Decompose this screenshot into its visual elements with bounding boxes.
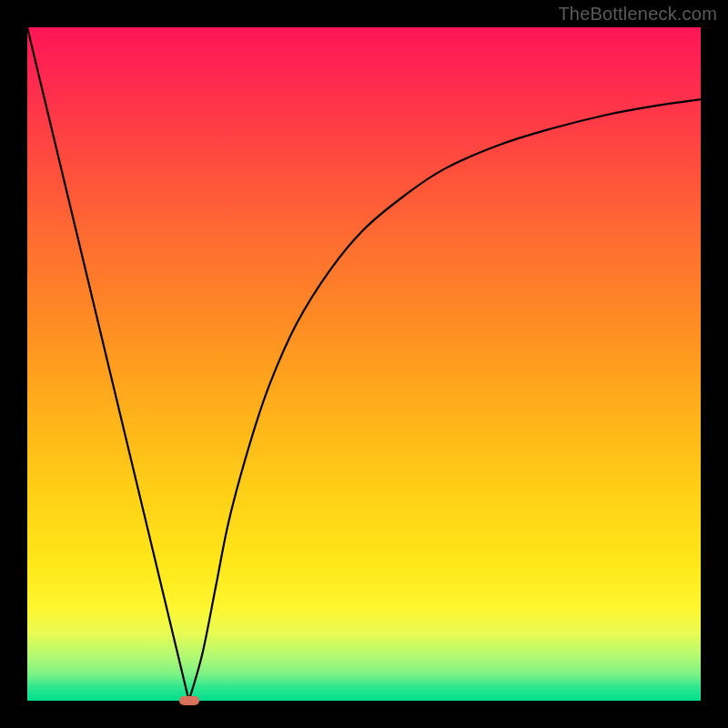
bottleneck-curve xyxy=(27,27,701,701)
watermark-text: TheBottleneck.com xyxy=(558,4,717,25)
plot-area xyxy=(27,27,701,701)
minimum-marker xyxy=(179,696,199,705)
chart-frame: TheBottleneck.com xyxy=(0,0,728,728)
curve-path xyxy=(27,27,701,701)
